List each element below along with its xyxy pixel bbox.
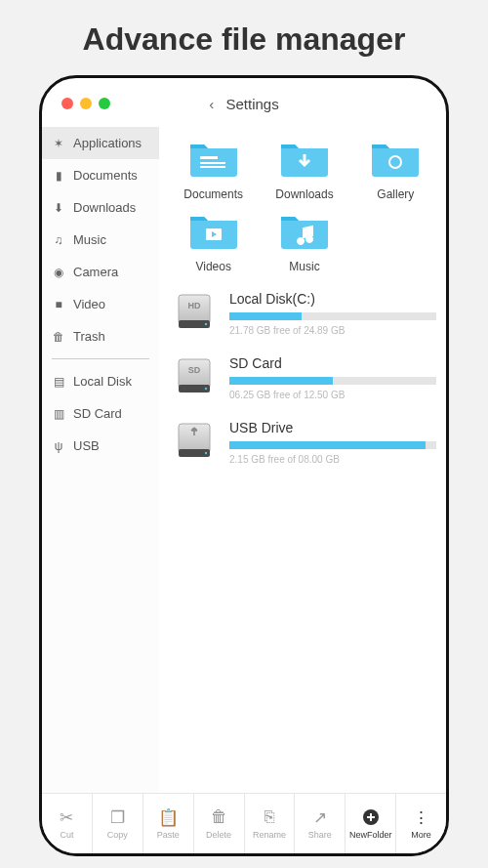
sidebar-icon: ▤: [52, 375, 65, 389]
share-icon: ↗: [313, 807, 327, 827]
tool-rename[interactable]: ⎘Rename: [245, 794, 296, 853]
sidebar: ✶Applications▮Documents⬇Downloads♫Music◉…: [42, 127, 159, 793]
tool-more[interactable]: ⋮More: [396, 794, 446, 853]
drive-icon: SD: [173, 355, 216, 398]
rename-icon: ⎘: [264, 807, 274, 827]
svg-text:SD: SD: [188, 365, 201, 375]
folder-label: Gallery: [355, 187, 436, 201]
tool-paste[interactable]: 📋Paste: [143, 794, 194, 853]
folder-downloads[interactable]: Downloads: [264, 137, 345, 201]
sidebar-item-documents[interactable]: ▮Documents: [42, 159, 159, 191]
sidebar-item-sd-card[interactable]: ▥SD Card: [42, 397, 159, 430]
folder-icon: [368, 137, 423, 180]
drive-list: HDLocal Disk(C:)21.78 GB free of 24.89 G…: [173, 291, 436, 465]
tool-cut[interactable]: ✂Cut: [42, 794, 93, 853]
drive-info: USB Drive2.15 GB free of 08.00 GB: [229, 420, 436, 465]
delete-icon: 🗑: [211, 807, 227, 827]
sidebar-icon: ✶: [52, 137, 65, 150]
header: ‹ Settings: [42, 96, 446, 112]
folder-icon: [277, 209, 332, 252]
sidebar-icon: ψ: [52, 439, 65, 453]
sidebar-item-downloads[interactable]: ⬇Downloads: [42, 191, 159, 224]
more-icon: ⋮: [413, 807, 429, 827]
svg-text:HD: HD: [188, 301, 201, 310]
folder-label: Documents: [173, 187, 254, 201]
cut-icon: ✂: [60, 807, 73, 827]
drive-name: SD Card: [229, 355, 436, 371]
drive-local-disk-c-[interactable]: HDLocal Disk(C:)21.78 GB free of 24.89 G…: [173, 291, 436, 336]
sidebar-icon: 🗑: [52, 330, 65, 344]
tool-newfolder[interactable]: NewFolder: [346, 794, 396, 853]
sidebar-item-applications[interactable]: ✶Applications: [42, 127, 159, 159]
drive-usb-drive[interactable]: USB Drive2.15 GB free of 08.00 GB: [173, 420, 436, 465]
tool-label: Delete: [206, 830, 231, 840]
drive-free-text: 06.25 GB free of 12.50 GB: [229, 390, 436, 400]
tool-label: NewFolder: [349, 830, 392, 840]
sidebar-divider: [52, 358, 149, 359]
toolbar: ✂Cut❐Copy📋Paste🗑Delete⎘Rename↗ShareNewFo…: [42, 793, 446, 853]
sidebar-item-usb[interactable]: ψUSB: [42, 430, 159, 462]
storage-progress: [229, 441, 436, 449]
drive-info: SD Card06.25 GB free of 12.50 GB: [229, 355, 436, 400]
page-title: Advance file manager: [0, 0, 488, 75]
svg-rect-2: [200, 166, 225, 168]
tool-label: Paste: [157, 830, 180, 840]
storage-progress: [229, 377, 436, 385]
sidebar-item-label: Camera: [73, 265, 118, 279]
sidebar-item-music[interactable]: ♫Music: [42, 224, 159, 256]
folder-label: Music: [264, 260, 345, 273]
tool-label: Cut: [60, 830, 73, 840]
drive-info: Local Disk(C:)21.78 GB free of 24.89 GB: [229, 291, 436, 336]
drive-free-text: 2.15 GB free of 08.00 GB: [229, 454, 436, 465]
drive-sd-card[interactable]: SDSD Card06.25 GB free of 12.50 GB: [173, 355, 436, 400]
tool-share[interactable]: ↗Share: [295, 794, 346, 853]
sidebar-item-label: Video: [73, 297, 105, 311]
sidebar-icon: ■: [52, 298, 65, 311]
phone-frame: ‹ Settings ✶Applications▮Documents⬇Downl…: [39, 75, 449, 856]
newfolder-icon: [362, 807, 380, 827]
folder-gallery[interactable]: Gallery: [355, 137, 436, 201]
sidebar-item-label: Music: [73, 232, 106, 247]
header-title: Settings: [225, 96, 278, 112]
svg-point-7: [205, 323, 207, 325]
tool-label: More: [411, 830, 431, 840]
tool-copy[interactable]: ❐Copy: [93, 794, 143, 853]
main-panel: DocumentsDownloadsGalleryVideosMusic HDL…: [159, 127, 446, 793]
folder-documents[interactable]: Documents: [173, 137, 254, 201]
folder-music[interactable]: Music: [264, 209, 345, 273]
folder-label: Videos: [173, 260, 254, 273]
drive-name: USB Drive: [229, 420, 436, 435]
sidebar-item-label: SD Card: [73, 406, 122, 421]
storage-progress: [229, 312, 436, 320]
drive-icon: HD: [173, 291, 216, 334]
tool-label: Share: [308, 830, 332, 840]
svg-point-11: [205, 388, 207, 390]
sidebar-item-video[interactable]: ■Video: [42, 288, 159, 320]
sidebar-icon: ◉: [52, 266, 65, 279]
sidebar-icon: ⬇: [52, 201, 65, 215]
folder-videos[interactable]: Videos: [173, 209, 254, 273]
folder-grid: DocumentsDownloadsGalleryVideosMusic: [173, 137, 436, 273]
copy-icon: ❐: [110, 807, 125, 827]
sidebar-item-label: Downloads: [73, 200, 136, 215]
sidebar-icon: ▮: [52, 169, 65, 183]
tool-delete[interactable]: 🗑Delete: [194, 794, 245, 853]
sidebar-item-label: Trash: [73, 329, 105, 344]
sidebar-item-local-disk[interactable]: ▤Local Disk: [42, 365, 159, 397]
sidebar-item-label: Applications: [73, 136, 142, 150]
back-icon[interactable]: ‹: [209, 96, 214, 112]
folder-icon: [186, 137, 241, 180]
sidebar-item-label: USB: [73, 438, 100, 453]
folder-icon: [186, 209, 241, 252]
sidebar-item-label: Local Disk: [73, 374, 132, 389]
sidebar-item-label: Documents: [73, 168, 138, 183]
svg-rect-1: [200, 162, 225, 164]
folder-label: Downloads: [264, 187, 345, 201]
drive-free-text: 21.78 GB free of 24.89 GB: [229, 325, 436, 336]
drive-icon: [173, 420, 216, 463]
paste-icon: 📋: [158, 807, 179, 827]
sidebar-item-camera[interactable]: ◉Camera: [42, 256, 159, 288]
sidebar-item-trash[interactable]: 🗑Trash: [42, 320, 159, 352]
sidebar-icon: ♫: [52, 233, 65, 247]
tool-label: Rename: [253, 830, 286, 840]
